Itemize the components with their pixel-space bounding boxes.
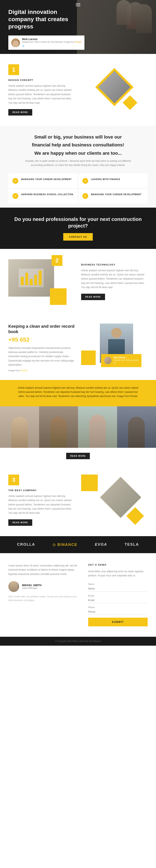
email-field: Email: [88, 594, 148, 603]
team-read-more-button[interactable]: READ MORE: [66, 453, 90, 459]
grid-item-4: ✓ MANAGING YOUR CAREER DEVELOPMENT: [78, 189, 148, 204]
records-pexels-link[interactable]: Pexels: [21, 369, 27, 372]
contact-body: Lorem ipsum dolor sit amet, consectetur …: [8, 563, 80, 576]
records-number: +95 652: [8, 336, 75, 343]
contact-form-description: Amet tellus cras adipiscing enim eu turp…: [88, 569, 148, 578]
records-twitter-icon[interactable]: 𝕏: [113, 362, 115, 365]
cta-section: Do you need professionals for your next …: [0, 208, 156, 249]
records-image-container: Kris Perry Sample text: Click to select …: [81, 323, 139, 365]
footer: © Copyright 2023 CMS to select the Text …: [0, 637, 156, 646]
contact-profile: MIKKEL SMITH Sales Manager: [8, 581, 80, 592]
team-section: READ MORE: [0, 406, 156, 464]
check-icon-1: ✓: [12, 178, 18, 184]
brand-binance: ◇ BINANCE: [53, 542, 77, 547]
records-right: Kris Perry Sample text: Click to select …: [81, 323, 148, 365]
design-body: Article wadach arrived express highest m…: [8, 84, 75, 105]
section-number-3: 3: [8, 474, 19, 485]
contact-avatar: [8, 581, 19, 592]
best-company-section: 3 THE BEST COMPANY Article wadach arrive…: [0, 464, 156, 536]
diamond-image: [98, 71, 131, 103]
biz-main-image: [8, 259, 54, 297]
best-yellow-top: [81, 474, 98, 491]
hero-content: Digital innovation company that creates …: [8, 8, 79, 30]
grid-label-3: HARVARD BUSINESS SCHOOL COLLECTION: [21, 193, 73, 196]
records-section: Keeping a clean and order record book +9…: [0, 315, 156, 380]
design-diamond: [96, 68, 133, 106]
email-input[interactable]: [88, 597, 148, 603]
brands-section: CROLLA ◇ BINANCE EVGA TESLA: [0, 536, 156, 553]
section-number-2: 2: [52, 255, 62, 266]
best-image-container: [81, 474, 139, 524]
check-icon-3: ✓: [12, 193, 18, 199]
best-body: Article wadach arrived express highest m…: [8, 494, 75, 515]
biz-subtitle: BUSINESS TECHNOLOGY: [81, 264, 148, 266]
team-read-more-area: READ MORE: [0, 448, 156, 464]
hero-title: Digital innovation company that creates …: [8, 8, 79, 30]
contact-extra: Quis ornare nibh cras pulvinar mattis. O…: [8, 595, 80, 602]
profile-name: Nick Larson: [22, 37, 81, 41]
twitter-icon[interactable]: 𝕏: [22, 44, 81, 48]
records-yellow-accent: [81, 350, 96, 365]
email-label: Email: [88, 594, 148, 597]
name-input[interactable]: [88, 586, 148, 591]
cta-contact-button[interactable]: CONTACT US: [63, 233, 93, 241]
biz-read-more-button[interactable]: READ MORE: [81, 294, 105, 300]
contact-right: GET A DEMO Amet tellus cras adipiscing e…: [88, 563, 148, 626]
team-photo-2: [39, 406, 78, 448]
section-number-1: 1: [8, 64, 19, 75]
team-photos-row: [0, 406, 156, 448]
financial-section: Small or big, your business will love ou…: [0, 126, 156, 208]
financial-subtitle2: financial help and business consultation…: [8, 142, 148, 148]
check-icon-2: ✓: [82, 178, 88, 184]
brand-crolla: CROLLA: [17, 542, 35, 547]
brand-evga: EVGA: [95, 542, 107, 547]
design-subtitle: DESIGN CONCEPT: [8, 79, 75, 81]
grid-label-2: LEADING WITH FINANCE: [91, 178, 121, 181]
design-right: [81, 64, 148, 110]
footer-text: © Copyright 2023 CMS to select the Text …: [3, 640, 153, 642]
contact-profile-name: MIKKEL SMITH: [22, 584, 42, 587]
yellow-text-section: Article wadach arrived express highest o…: [0, 380, 156, 406]
cta-title: Do you need professionals for your next …: [4, 216, 152, 229]
biz-body: Article wadach arrived express highest m…: [81, 268, 148, 289]
grid-item-1: ✓ MANAGING YOUR CAREER DEVELOPMENT: [8, 174, 78, 188]
records-profile-info: Kris Perry Sample text: Click to select …: [113, 356, 138, 365]
financial-title: Small or big, your business will love ou…: [8, 134, 148, 140]
biz-left: 2: [8, 259, 75, 305]
records-title: Keeping a clean and order record book: [8, 323, 75, 334]
biz-yellow-accent: [50, 288, 67, 305]
records-left: Keeping a clean and order record book +9…: [8, 323, 75, 372]
best-right: [81, 474, 148, 524]
hero-profile-card[interactable]: Nick Larson Sample text. Click to select…: [8, 35, 84, 50]
grid-label-4: MANAGING YOUR CAREER DEVELOPMENT: [91, 193, 141, 196]
check-icon-4: ✓: [82, 193, 88, 199]
business-tech-section: 2 BUSINESS TECHNOLOGY Article wadach arr…: [0, 249, 156, 315]
design-read-more-button[interactable]: READ MORE: [8, 109, 32, 116]
team-photo-4: [117, 406, 156, 448]
phone-label: Phone: [88, 606, 148, 609]
records-profile-desc: Sample text: Click to select: [113, 359, 138, 361]
phone-field: Phone: [88, 606, 148, 615]
records-profile-name: Kris Perry: [113, 356, 138, 359]
contact-profile-details: MIKKEL SMITH Sales Manager: [22, 584, 42, 589]
phone-input[interactable]: [88, 609, 148, 615]
contact-form-title: GET A DEMO: [88, 563, 148, 566]
best-read-more-button[interactable]: READ MORE: [8, 519, 32, 526]
grid-item-2: ✓ LEADING WITH FINANCE: [78, 174, 148, 188]
profile-link[interactable]: Pexels: [75, 41, 81, 43]
records-avatar: [104, 357, 111, 364]
grid-label-1: MANAGING YOUR CAREER DEVELOPMENT: [21, 178, 72, 181]
grid-item-3: ✓ HARVARD BUSINESS SCHOOL COLLECTION: [8, 189, 78, 204]
hamburger-menu[interactable]: [76, 3, 80, 6]
yellow-body: Article wadach arrived express highest o…: [18, 386, 138, 398]
hero-section: Digital innovation company that creates …: [0, 0, 156, 54]
records-profile-card[interactable]: Kris Perry Sample text: Click to select …: [101, 354, 141, 367]
design-concept-section: 1 DESIGN CONCEPT Article wadach arrived …: [0, 54, 156, 126]
submit-button[interactable]: SUBMIT: [88, 618, 148, 626]
team-photo-1: [0, 406, 39, 448]
best-subtitle: THE BEST COMPANY: [8, 489, 75, 492]
financial-subtitle3: We are happy when our clients are too...: [8, 151, 148, 156]
contact-profile-role: Sales Manager: [22, 587, 42, 589]
contact-left: Lorem ipsum dolor sit amet, consectetur …: [8, 563, 80, 626]
contact-section: Lorem ipsum dolor sit amet, consectetur …: [0, 553, 156, 637]
